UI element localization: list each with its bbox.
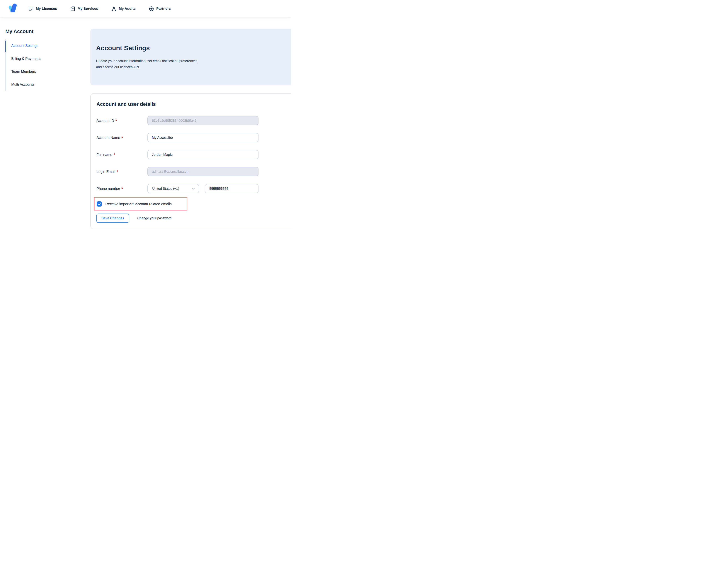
country-code-select[interactable]: United States (+1) (148, 184, 199, 193)
nav-item-my-audits[interactable]: My Audits (111, 6, 136, 11)
change-password-link[interactable]: Change your password (137, 216, 172, 220)
sidebar-item-billing-payments[interactable]: Billing & Payments (6, 52, 90, 65)
sidebar-title: My Account (5, 29, 90, 34)
services-icon (70, 6, 75, 11)
audits-icon (111, 6, 116, 11)
logo-mark (6, 3, 17, 14)
page-header-panel: Account Settings Update your account inf… (90, 29, 291, 85)
required-asterisk: * (122, 187, 123, 191)
nav-item-label: My Licenses (36, 7, 57, 11)
sidebar-menu: Account Settings Billing & Payments Team… (5, 39, 90, 91)
chevron-down-icon (191, 187, 195, 190)
account-name-label: Account Name * (97, 136, 148, 140)
section-title: Account and user details (97, 101, 291, 107)
account-name-row: Account Name * (97, 133, 291, 142)
page-body: My Account Account Settings Billing & Pa… (0, 17, 291, 229)
required-asterisk: * (115, 119, 117, 123)
country-code-value: United States (+1) (152, 187, 179, 191)
licenses-icon (28, 6, 33, 11)
required-asterisk: * (114, 153, 115, 157)
account-id-input (148, 116, 259, 125)
nav-item-label: Partners (156, 7, 171, 11)
main-content: Account Settings Update your account inf… (90, 29, 291, 229)
login-email-input (148, 167, 259, 176)
account-name-input[interactable] (148, 133, 259, 142)
full-name-input[interactable] (148, 150, 259, 159)
sidebar-item-multi-accounts[interactable]: Multi Accounts (6, 78, 90, 91)
annotation-highlight: Receive important account-related emails (94, 198, 187, 210)
sidebar: My Account Account Settings Billing & Pa… (0, 29, 90, 229)
phone-controls: United States (+1) (148, 184, 259, 193)
page-title: Account Settings (96, 44, 291, 52)
account-id-row: Account ID * (97, 116, 291, 125)
nav-item-my-services[interactable]: My Services (70, 6, 98, 11)
page-description: Update your account information, set ema… (96, 58, 291, 70)
save-changes-button[interactable]: Save Changes (97, 214, 129, 223)
required-asterisk: * (116, 169, 118, 174)
accessibe-logo[interactable] (6, 3, 17, 14)
login-email-label: Login Email * (97, 169, 148, 174)
nav-item-label: My Audits (119, 7, 136, 11)
phone-number-input[interactable] (205, 184, 259, 193)
check-icon (98, 202, 101, 206)
top-nav: My Licenses My Services My Audits (0, 0, 291, 17)
nav-item-partners[interactable]: Partners (149, 6, 171, 11)
primary-nav: My Licenses My Services My Audits (28, 6, 171, 11)
form-actions: Save Changes Change your password (97, 214, 291, 223)
sidebar-item-account-settings[interactable]: Account Settings (6, 39, 90, 52)
nav-item-my-licenses[interactable]: My Licenses (28, 6, 57, 11)
account-id-label: Account ID * (97, 119, 148, 123)
sidebar-item-team-members[interactable]: Team Members (6, 65, 90, 78)
login-email-row: Login Email * (97, 167, 291, 176)
nav-item-label: My Services (78, 7, 98, 11)
required-asterisk: * (122, 136, 123, 140)
full-name-row: Full name * (97, 150, 291, 159)
partners-icon (149, 6, 154, 11)
phone-number-row: Phone number * United States (+1) (97, 184, 291, 193)
full-name-label: Full name * (97, 153, 148, 157)
receive-emails-checkbox[interactable] (97, 201, 102, 207)
receive-emails-label: Receive important account-related emails (105, 202, 172, 206)
account-details-card: Account and user details Account ID * Ac… (90, 93, 291, 229)
phone-number-label: Phone number * (97, 187, 148, 191)
